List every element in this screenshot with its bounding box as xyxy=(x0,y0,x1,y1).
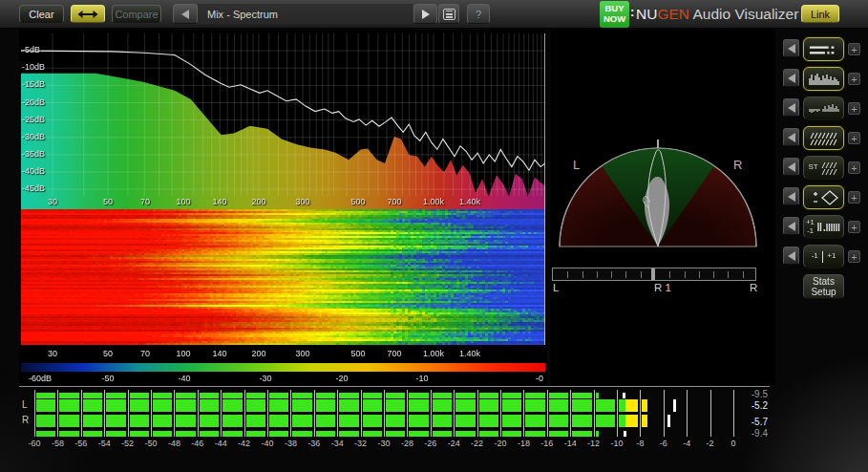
balance-tick xyxy=(641,271,642,278)
meter-scale-label: 0 xyxy=(730,439,735,448)
spectrum-db-tick-label: -10dB xyxy=(22,62,45,72)
sidebar-view-button-1[interactable] xyxy=(803,67,844,91)
meter-bar-segment xyxy=(433,399,452,412)
balance-tick xyxy=(743,271,744,278)
legend-db-label: -40 xyxy=(178,374,190,383)
legend-db-label: -30 xyxy=(259,374,271,383)
spectrum-db-tick-label: -15dB xyxy=(22,79,45,89)
meter-bar-segment xyxy=(363,415,382,427)
swap-compare-button[interactable] xyxy=(71,5,105,23)
spectrum-db-tick-label: -45dB xyxy=(22,183,45,193)
meter-bar-segment xyxy=(386,393,405,398)
meter-scale-label: -54 xyxy=(98,439,111,448)
preset-prev-button[interactable] xyxy=(173,4,198,24)
sidebar-collapse-button-3[interactable] xyxy=(783,128,799,146)
meter-scale-label: -30 xyxy=(377,439,390,448)
brand-nu: NU xyxy=(636,6,657,22)
sidebar-collapse-button-0[interactable] xyxy=(783,39,799,57)
spectrum-db-tick-label: -35dB xyxy=(22,149,45,159)
plus-icon: + xyxy=(851,75,857,84)
meter-gridline xyxy=(454,390,455,437)
plus-icon: + xyxy=(851,252,857,262)
sidebar-add-button-7[interactable]: + xyxy=(848,250,860,263)
spectrogram-freq-tick-label: 70 xyxy=(140,349,150,358)
sidebar-add-button-2[interactable]: + xyxy=(848,102,860,115)
compare-button[interactable]: Compare xyxy=(112,5,161,23)
meter-scale-label: -22 xyxy=(471,439,483,448)
meter-gridline xyxy=(314,390,315,437)
clear-button[interactable]: Clear xyxy=(19,5,64,23)
link-button[interactable]: Link xyxy=(801,5,839,23)
meter-panel-border xyxy=(19,386,770,387)
meter-gridline xyxy=(104,390,105,437)
stats-setup-button[interactable]: Stats Setup xyxy=(803,274,844,299)
meter-bar-segment xyxy=(59,431,78,437)
sidebar-add-button-0[interactable]: + xyxy=(848,43,860,55)
meter-bar-segment xyxy=(596,431,599,437)
preset-selector[interactable]: Mix - Spectrum xyxy=(198,4,413,24)
meter-bar-segment xyxy=(292,393,311,398)
meter-scale-label: -52 xyxy=(121,439,134,448)
meter-bar-segment xyxy=(130,399,149,412)
meter-bar-segment xyxy=(596,415,615,427)
meter-gridline xyxy=(407,390,408,437)
meter-bar-segment xyxy=(200,399,219,412)
help-button[interactable]: ? xyxy=(467,4,490,24)
meter-bar-segment xyxy=(572,415,591,427)
sidebar-add-button-4[interactable]: + xyxy=(848,161,860,174)
meter-scale-label: -60 xyxy=(28,439,40,448)
meter-bar-segment xyxy=(455,431,475,437)
meter-bar-segment xyxy=(409,393,428,398)
meter-bar-segment xyxy=(433,415,452,427)
meter-scale-label: -20 xyxy=(494,439,506,448)
meter-gridline xyxy=(570,390,571,437)
meter-bar-segment xyxy=(222,393,242,398)
chevron-right-icon xyxy=(422,10,430,19)
meter-scale-label: -42 xyxy=(238,439,250,448)
sidebar-collapse-button-6[interactable] xyxy=(783,217,799,235)
sidebar-view-button-2[interactable] xyxy=(803,97,844,120)
spectrum-lines-icon xyxy=(807,42,841,57)
sidebar-view-button-3[interactable] xyxy=(803,126,844,150)
meter-gridline xyxy=(337,390,338,437)
meter-peak-tick xyxy=(624,431,626,437)
sidebar-view-button-5[interactable] xyxy=(803,185,844,209)
meter-bar-segment xyxy=(153,399,172,412)
meter-bar-segment xyxy=(479,415,498,427)
meter-gridline xyxy=(34,390,35,437)
meter-bar-segment xyxy=(525,399,544,412)
meter-right-channel-label: R xyxy=(22,415,29,425)
meter-scale-label: -38 xyxy=(285,439,297,448)
sidebar-collapse-button-5[interactable] xyxy=(783,187,799,205)
sidebar-add-button-5[interactable]: + xyxy=(848,191,860,204)
meter-bar-segment xyxy=(525,393,544,398)
meter-bar-segment xyxy=(433,393,452,398)
preset-next-button[interactable] xyxy=(413,4,437,24)
spectrogram-freq-tick-label: 100 xyxy=(176,349,190,358)
plusminus-labels: +1 -1 xyxy=(806,219,815,235)
sidebar-add-button-6[interactable]: + xyxy=(848,221,860,233)
meter-scale-label: -14 xyxy=(564,439,577,448)
sidebar-view-button-6[interactable]: +1 -1 xyxy=(803,215,844,239)
sidebar-view-button-0[interactable] xyxy=(803,37,844,61)
sidebar-collapse-button-4[interactable] xyxy=(783,158,799,176)
sidebar-add-button-3[interactable]: + xyxy=(848,132,860,144)
level-histogram-icon xyxy=(816,221,841,234)
meter-bar-segment xyxy=(222,415,242,427)
sidebar-view-button-7[interactable]: -1 +1 xyxy=(803,245,844,268)
preset-list-button[interactable] xyxy=(438,4,459,24)
plus-icon: + xyxy=(851,45,857,54)
sidebar-collapse-button-7[interactable] xyxy=(783,247,799,265)
meter-gridline xyxy=(640,390,641,437)
sidebar-add-button-1[interactable]: + xyxy=(848,73,860,85)
balance-right-label: R xyxy=(750,282,757,293)
spectrogram-freq-tick-label: 1.00k xyxy=(423,349,444,358)
sidebar-collapse-button-1[interactable] xyxy=(783,69,799,87)
sidebar-view-button-4[interactable]: ST xyxy=(803,156,844,180)
plus-icon: + xyxy=(851,223,857,232)
meter-bar-segment xyxy=(200,393,219,398)
meter-scale-label: -46 xyxy=(191,439,203,448)
buy-now-badge[interactable]: BUY NOW xyxy=(600,1,629,28)
sidebar-collapse-button-2[interactable] xyxy=(783,98,799,117)
spectrogram-hatch-icon xyxy=(808,131,840,146)
